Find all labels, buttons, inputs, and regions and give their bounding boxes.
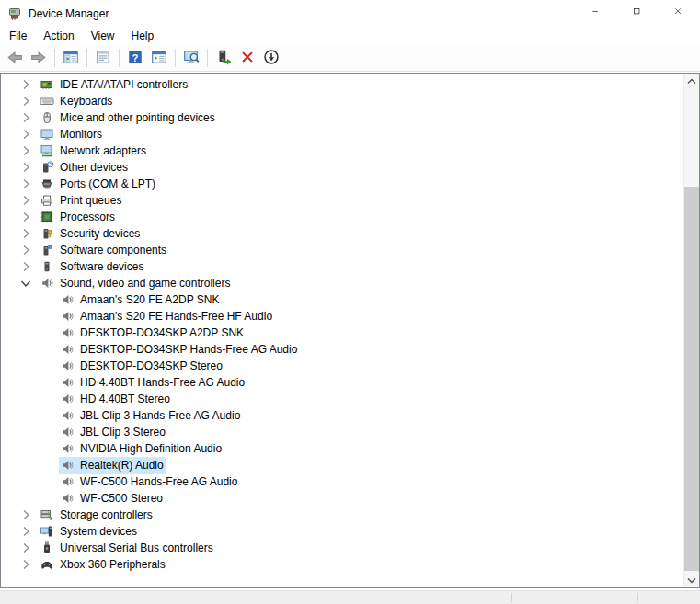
- disable-device-button[interactable]: [260, 47, 282, 69]
- tree-item[interactable]: JBL Clip 3 Stereo: [1, 424, 683, 440]
- tree-item-content[interactable]: Software components: [39, 242, 169, 259]
- tree-item-content[interactable]: WF-C500 Stereo: [59, 490, 166, 507]
- tree-item[interactable]: Ports (COM & LPT): [1, 176, 683, 192]
- tree-item-content[interactable]: JBL Clip 3 Stereo: [59, 424, 168, 441]
- chevron-right-icon[interactable]: [18, 557, 33, 572]
- tree-item[interactable]: IDE ATA/ATAPI controllers: [1, 76, 683, 93]
- tree-item-content[interactable]: Universal Serial Bus controllers: [39, 540, 216, 557]
- tree-item[interactable]: DESKTOP-DO34SKP Hands-Free AG Audio: [1, 341, 683, 358]
- chevron-right-icon[interactable]: [18, 507, 33, 522]
- menu-view[interactable]: View: [83, 28, 123, 45]
- tree-item[interactable]: DESKTOP-DO34SKP Stereo: [1, 358, 683, 374]
- tree-item-content[interactable]: DESKTOP-DO34SKP Hands-Free AG Audio: [59, 341, 300, 359]
- tree-item-content[interactable]: NVIDIA High Definition Audio: [59, 440, 224, 458]
- tree-item[interactable]: Processors: [1, 209, 683, 225]
- tree-item[interactable]: NVIDIA High Definition Audio: [1, 440, 683, 457]
- tree-item-content[interactable]: Ports (COM & LPT): [39, 176, 158, 193]
- tree-item[interactable]: JBL Clip 3 Hands-Free AG Audio: [1, 407, 683, 424]
- tree-item-content[interactable]: HD 4.40BT Stereo: [59, 391, 173, 408]
- show-console-tree-button[interactable]: [60, 47, 82, 69]
- tree-item-content[interactable]: Keyboards: [39, 93, 115, 110]
- chevron-right-icon[interactable]: [18, 177, 33, 191]
- tree-item[interactable]: Security devices: [1, 225, 683, 242]
- tree-item-content[interactable]: Network adapters: [39, 142, 149, 160]
- update-driver-button[interactable]: [212, 47, 235, 69]
- chevron-right-icon[interactable]: [18, 524, 33, 539]
- tree-item[interactable]: Software components: [1, 242, 683, 258]
- forward-button[interactable]: [28, 47, 50, 69]
- speaker-icon: [60, 292, 75, 307]
- tree-item-content[interactable]: JBL Clip 3 Hands-Free AG Audio: [59, 407, 243, 425]
- chevron-right-icon[interactable]: [18, 143, 33, 158]
- tree-item[interactable]: Monitors: [1, 126, 683, 142]
- tree-item-content[interactable]: Sound, video and game controllers: [39, 275, 233, 292]
- tree-item-content[interactable]: Software devices: [39, 258, 146, 276]
- tree-item[interactable]: Keyboards: [1, 93, 683, 109]
- tree-item-content[interactable]: ?Other devices: [39, 159, 131, 177]
- back-button[interactable]: [4, 47, 26, 69]
- tree-item[interactable]: Amaan's S20 FE Hands-Free HF Audio: [1, 308, 683, 325]
- tree-item[interactable]: Print queues: [1, 192, 683, 209]
- close-button[interactable]: [659, 0, 700, 28]
- chevron-right-icon[interactable]: [18, 127, 33, 142]
- tree-item[interactable]: Software devices: [1, 258, 683, 275]
- tree-item-content[interactable]: Amaan's S20 FE A2DP SNK: [59, 291, 222, 309]
- chevron-right-icon[interactable]: [18, 210, 33, 224]
- scroll-up-icon[interactable]: [684, 74, 699, 89]
- uninstall-device-button[interactable]: [236, 47, 258, 69]
- chevron-right-icon[interactable]: [18, 193, 33, 208]
- tree-item-content[interactable]: Monitors: [39, 126, 105, 143]
- chevron-down-icon[interactable]: [18, 276, 33, 291]
- tree-item[interactable]: ?Other devices: [1, 159, 683, 176]
- chevron-right-icon[interactable]: [18, 77, 33, 92]
- show-action-pane-button[interactable]: [148, 47, 170, 69]
- tree-item[interactable]: HD 4.40BT Stereo: [1, 391, 683, 407]
- help-button[interactable]: ?: [124, 47, 146, 69]
- selected-tree-item[interactable]: Realtek(R) Audio: [59, 457, 166, 474]
- scan-hardware-changes-button[interactable]: [180, 47, 202, 69]
- chevron-right-icon[interactable]: [18, 110, 33, 125]
- vertical-scrollbar[interactable]: [683, 74, 699, 587]
- tree-item-content[interactable]: HD 4.40BT Hands-Free AG Audio: [59, 374, 247, 392]
- tree-item[interactable]: WF-C500 Stereo: [1, 490, 683, 507]
- properties-button[interactable]: [92, 47, 114, 69]
- menu-action[interactable]: Action: [35, 28, 82, 45]
- chevron-right-icon[interactable]: [18, 160, 33, 175]
- chevron-right-icon[interactable]: [18, 541, 33, 555]
- tree-item[interactable]: Mice and other pointing devices: [1, 109, 683, 126]
- tree-item[interactable]: Storage controllers: [1, 507, 683, 523]
- tree-item-content[interactable]: DESKTOP-DO34SKP A2DP SNK: [59, 325, 247, 342]
- tree-item[interactable]: Amaan's S20 FE A2DP SNK: [1, 291, 683, 308]
- tree-item-content[interactable]: Security devices: [39, 225, 143, 243]
- tree-item[interactable]: HD 4.40BT Hands-Free AG Audio: [1, 374, 683, 391]
- tree-item[interactable]: DESKTOP-DO34SKP A2DP SNK: [1, 325, 683, 341]
- tree-item-content[interactable]: Mice and other pointing devices: [39, 109, 218, 127]
- scroll-down-icon[interactable]: [684, 572, 699, 587]
- minimize-button[interactable]: [576, 0, 617, 28]
- tree-item-content[interactable]: System devices: [39, 523, 140, 541]
- tree-item-content[interactable]: IDE ATA/ATAPI controllers: [39, 76, 190, 94]
- tree-item[interactable]: System devices: [1, 523, 683, 540]
- tree-item[interactable]: Xbox 360 Peripherals: [1, 556, 683, 573]
- chevron-right-icon[interactable]: [18, 259, 33, 274]
- tree-item[interactable]: WF-C500 Hands-Free AG Audio: [1, 473, 683, 490]
- chevron-right-icon[interactable]: [18, 226, 33, 241]
- tree-item[interactable]: Universal Serial Bus controllers: [1, 540, 683, 556]
- tree-item-content[interactable]: Amaan's S20 FE Hands-Free HF Audio: [59, 308, 275, 325]
- tree-item-content[interactable]: Processors: [39, 209, 118, 226]
- tree-item[interactable]: Network adapters: [1, 142, 683, 159]
- menu-file[interactable]: File: [1, 28, 35, 45]
- tree-item-content[interactable]: DESKTOP-DO34SKP Stereo: [59, 358, 225, 375]
- tree-item-content[interactable]: Xbox 360 Peripherals: [39, 556, 168, 574]
- menu-help[interactable]: Help: [123, 28, 163, 45]
- tree-item[interactable]: Sound, video and game controllers: [1, 275, 683, 291]
- maximize-button[interactable]: [617, 0, 659, 28]
- tree-item[interactable]: Realtek(R) Audio: [1, 457, 683, 473]
- tree-item-content[interactable]: WF-C500 Hands-Free AG Audio: [59, 473, 240, 491]
- speaker-icon: [60, 408, 75, 423]
- chevron-right-icon[interactable]: [18, 243, 33, 257]
- tree-item-content[interactable]: Storage controllers: [39, 507, 155, 524]
- chevron-right-icon[interactable]: [18, 94, 33, 108]
- scrollbar-thumb[interactable]: [684, 187, 699, 571]
- tree-item-content[interactable]: Print queues: [39, 192, 124, 210]
